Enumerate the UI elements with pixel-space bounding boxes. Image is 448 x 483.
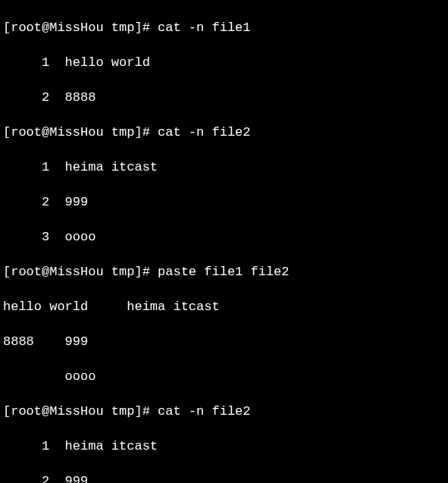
- prompt-line: [root@MissHou tmp]# cat -n file1: [3, 19, 445, 36]
- prompt-user: root: [11, 265, 42, 279]
- prompt-suffix: #: [143, 20, 150, 35]
- prompt-host: MissHou: [49, 125, 103, 140]
- prompt-user: root: [11, 20, 42, 35]
- prompt-user: root: [11, 125, 42, 140]
- output-line: 2 8888: [3, 89, 445, 106]
- prompt-host: MissHou: [49, 404, 103, 419]
- output-line: 1 hello world: [3, 54, 445, 71]
- prompt-host: MissHou: [49, 20, 103, 35]
- command-text: cat -n file2: [158, 125, 250, 140]
- prompt-suffix: #: [143, 404, 150, 419]
- prompt-line: [root@MissHou tmp]# cat -n file2: [3, 403, 445, 420]
- output-line: 2 999: [3, 472, 445, 483]
- output-line: 1 heima itcast: [3, 438, 445, 455]
- prompt-host: MissHou: [49, 265, 103, 279]
- prompt-cwd: tmp: [111, 265, 135, 279]
- prompt-suffix: #: [143, 265, 150, 279]
- command-text: cat -n file2: [158, 404, 250, 419]
- prompt-cwd: tmp: [111, 125, 135, 140]
- prompt-line: [root@MissHou tmp]# cat -n file2: [3, 124, 445, 141]
- output-line: hello world heima itcast: [3, 298, 445, 315]
- prompt-suffix: #: [143, 125, 150, 140]
- prompt-cwd: tmp: [111, 20, 135, 35]
- prompt-line: [root@MissHou tmp]# paste file1 file2: [3, 263, 445, 281]
- output-line: 2 999: [3, 193, 445, 211]
- prompt-cwd: tmp: [111, 404, 135, 419]
- output-line: 1 heima itcast: [3, 158, 445, 176]
- output-line: 3 oooo: [3, 228, 445, 246]
- command-text: cat -n file1: [158, 20, 250, 35]
- output-line: oooo: [3, 368, 445, 385]
- output-line: 8888 999: [3, 333, 445, 350]
- prompt-user: root: [11, 404, 42, 419]
- command-text: paste file1 file2: [158, 265, 289, 279]
- terminal[interactable]: [root@MissHou tmp]# cat -n file1 1 hello…: [0, 0, 448, 483]
